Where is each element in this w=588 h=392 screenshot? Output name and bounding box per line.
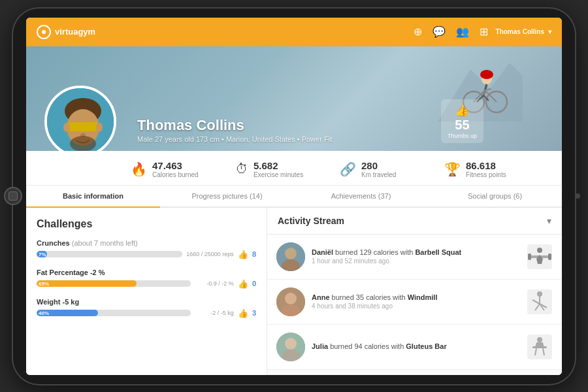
- activity-title: Activity Stream: [278, 216, 344, 226]
- fat-progress-bar: 65%: [37, 280, 191, 287]
- tab-social-groups[interactable]: Social groups (6): [428, 186, 562, 208]
- exercise-number: 5.682: [253, 160, 303, 171]
- activity-header: Activity Stream ▾: [267, 208, 562, 235]
- header-user[interactable]: Thomas Collins ▾: [496, 28, 551, 35]
- stat-km: 🔗 280 Km traveled: [340, 160, 444, 178]
- activity-desc-julia: Julia burned 94 calories with Gluteus Ba…: [312, 342, 520, 350]
- thumbs-count: 55: [455, 118, 469, 133]
- activity-avatar-daniel: [276, 242, 305, 271]
- tab-achievements[interactable]: Achievements (37): [294, 186, 428, 208]
- thumbs-label: Thumbs up: [448, 133, 477, 139]
- svg-point-27: [537, 248, 542, 253]
- people-icon[interactable]: 👥: [456, 25, 469, 38]
- activity-list: Daniël burned 129 calories with Barbell …: [267, 235, 562, 375]
- weight-thumbs-count: 3: [252, 309, 256, 317]
- activity-text-anne: Anne burned 35 calories with Windmill 4 …: [312, 293, 520, 310]
- svg-rect-15: [68, 122, 98, 131]
- weight-thumbs-icon: 👍: [238, 308, 248, 318]
- tablet-screen: virtuagym ⊕ 💬 👥 ⊞ Thomas Collins ▾: [26, 18, 562, 375]
- fitness-number: 86.618: [466, 160, 506, 171]
- logo-icon: [37, 25, 51, 39]
- activity-text-daniel: Daniël burned 129 calories with Barbell …: [312, 248, 520, 265]
- profile-name: Thomas Collins: [137, 117, 441, 134]
- activity-dropdown-icon[interactable]: ▾: [547, 216, 551, 226]
- svg-rect-42: [532, 346, 547, 348]
- activity-item: Anne burned 35 calories with Windmill 4 …: [267, 280, 562, 325]
- stat-fitness: 🏆 86.618 Fitness points: [444, 160, 549, 178]
- activity-exercise-icon-1: [527, 244, 553, 270]
- svg-point-32: [537, 291, 542, 297]
- home-button-inner: [8, 191, 18, 201]
- challenge-weight: Weight -5 kg 40% -2 / -5 kg 👍 3: [37, 298, 256, 318]
- fitness-label: Fitness points: [466, 171, 506, 178]
- svg-point-29: [285, 293, 297, 304]
- profile-avatar-container: PRO: [44, 86, 116, 151]
- svg-point-41: [537, 337, 542, 342]
- challenge-crunches: Crunches (about 7 months left) 7% 1660 /…: [37, 239, 256, 259]
- logo[interactable]: virtuagym: [37, 25, 95, 39]
- tabs-row: Basic information Progress pictures (14)…: [26, 186, 562, 208]
- header-dropdown-arrow: ▾: [548, 28, 551, 35]
- activity-time-daniel: 1 hour and 52 minutes ago: [312, 257, 520, 265]
- profile-meta: Male 27 years old 173 cm • Marion, Unite…: [137, 135, 441, 143]
- km-icon: 🔗: [340, 161, 356, 177]
- km-label: Km traveled: [361, 171, 396, 178]
- stats-row: 🔥 47.463 Calories burned ⏱ 5.682 Exercis…: [26, 151, 562, 186]
- thumbs-up-box: 👍 55 Thumbs up: [441, 99, 483, 143]
- challenges-panel: Challenges Crunches (about 7 months left…: [26, 208, 267, 375]
- svg-point-2: [480, 70, 493, 79]
- header-icons: ⊕ 💬 👥 ⊞: [414, 25, 488, 38]
- activity-desc-daniel: Daniël burned 129 calories with Barbell …: [312, 248, 520, 256]
- svg-point-21: [285, 248, 297, 259]
- activity-avatar-julia: [276, 333, 305, 361]
- challenge-fat-name: Fat Percentage -2 %: [37, 269, 256, 276]
- grid-icon[interactable]: ⊞: [480, 25, 488, 38]
- calories-number: 47.463: [152, 160, 199, 171]
- calories-icon: 🔥: [131, 161, 147, 177]
- main-content: Challenges Crunches (about 7 months left…: [26, 208, 562, 375]
- chat-icon[interactable]: 💬: [433, 25, 446, 38]
- svg-point-19: [70, 136, 96, 151]
- app-header: virtuagym ⊕ 💬 👥 ⊞ Thomas Collins ▾: [26, 18, 562, 46]
- fat-thumbs-count: 0: [252, 280, 256, 287]
- tab-basic-information[interactable]: Basic information: [26, 186, 160, 208]
- crunches-progress-bar: 7%: [37, 251, 182, 257]
- profile-info: Thomas Collins Male 27 years old 173 cm …: [137, 117, 441, 143]
- activity-avatar-anne: [276, 287, 305, 316]
- logo-text: virtuagym: [55, 27, 95, 37]
- svg-point-18: [96, 123, 103, 132]
- weight-progress-bar: 40%: [37, 310, 191, 316]
- crunches-value: 1660 / 25000 reps: [186, 251, 234, 257]
- tablet-frame: virtuagym ⊕ 💬 👥 ⊞ Thomas Collins ▾: [13, 8, 575, 384]
- tab-progress-pictures[interactable]: Progress pictures (14): [160, 186, 294, 208]
- activity-exercise-icon-2: [527, 289, 553, 315]
- challenge-crunches-name: Crunches (about 7 months left): [37, 239, 256, 247]
- activity-desc-anne: Anne burned 35 calories with Windmill: [312, 293, 520, 301]
- target-icon[interactable]: ⊕: [414, 25, 422, 38]
- challenge-crunches-subtext: (about 7 months left): [72, 239, 138, 247]
- stat-exercise: ⏱ 5.682 Exercise minutes: [235, 160, 340, 178]
- activity-panel: Activity Stream ▾: [267, 208, 562, 375]
- profile-avatar: [44, 86, 116, 151]
- activity-time-anne: 4 hours and 38 minutes ago: [312, 302, 520, 310]
- km-number: 280: [361, 160, 396, 171]
- crunches-thumbs-icon: 👍: [238, 250, 248, 259]
- challenge-fat: Fat Percentage -2 % 65% -0.9 / -2 % 👍 0: [37, 269, 256, 289]
- activity-item: Daniël burned 129 calories with Barbell …: [267, 235, 562, 280]
- profile-banner: PRO Thomas Collins Male 27 years old 173…: [26, 46, 562, 151]
- home-button[interactable]: [4, 187, 22, 205]
- stat-calories: 🔥 47.463 Calories burned: [131, 160, 235, 178]
- activity-text-julia: Julia burned 94 calories with Gluteus Ba…: [312, 342, 520, 351]
- svg-point-38: [285, 338, 297, 350]
- camera-dot: [575, 193, 580, 199]
- fat-thumbs-icon: 👍: [238, 279, 248, 289]
- weight-value: -2 / -5 kg: [195, 310, 234, 316]
- crunches-thumbs-count: 8: [252, 250, 256, 258]
- activity-item: Julia burned 94 calories with Gluteus Ba…: [267, 325, 562, 370]
- exercise-label: Exercise minutes: [253, 171, 303, 178]
- calories-label: Calories burned: [152, 171, 199, 178]
- fat-value: -0.9 / -2 %: [195, 280, 234, 287]
- challenges-title: Challenges: [37, 218, 256, 230]
- fitness-icon: 🏆: [444, 161, 461, 177]
- svg-rect-25: [528, 253, 531, 260]
